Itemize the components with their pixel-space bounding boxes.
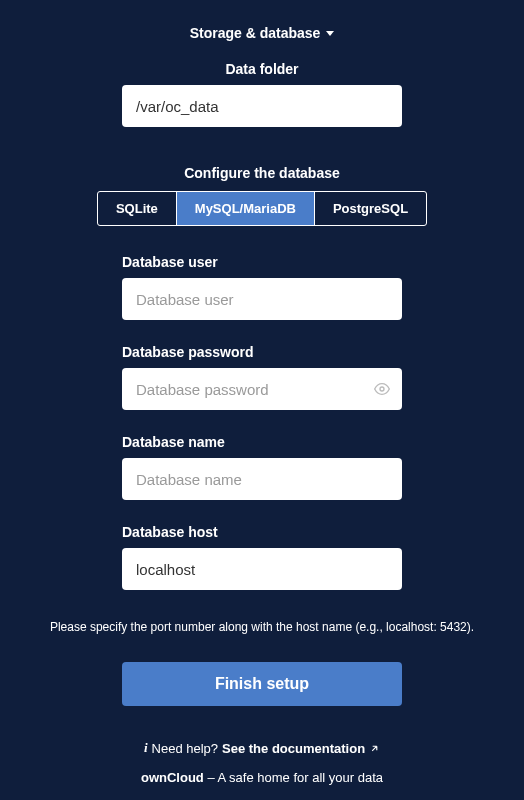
svg-point-0 (380, 387, 384, 391)
configure-db-label: Configure the database (184, 165, 340, 181)
external-link-icon (369, 743, 380, 754)
db-user-label: Database user (122, 254, 402, 270)
db-user-input[interactable] (122, 278, 402, 320)
finish-setup-button[interactable]: Finish setup (122, 662, 402, 706)
footer-tagline: – A safe home for all your data (204, 770, 383, 785)
footer: ownCloud – A safe home for all your data (141, 770, 383, 785)
data-folder-label: Data folder (20, 61, 504, 77)
db-name-input[interactable] (122, 458, 402, 500)
caret-down-icon (326, 31, 334, 36)
db-password-input[interactable] (122, 368, 402, 410)
db-tab-postgresql[interactable]: PostgreSQL (315, 192, 426, 225)
port-hint: Please specify the port number along wit… (50, 620, 474, 634)
db-type-tabs: SQLite MySQL/MariaDB PostgreSQL (97, 191, 427, 226)
db-host-label: Database host (122, 524, 402, 540)
help-prefix: Need help? (152, 741, 219, 756)
db-tab-sqlite[interactable]: SQLite (98, 192, 177, 225)
storage-database-label: Storage & database (190, 25, 321, 41)
eye-icon[interactable] (374, 381, 390, 397)
data-folder-input[interactable] (122, 85, 402, 127)
info-icon: i (144, 740, 148, 756)
footer-brand: ownCloud (141, 770, 204, 785)
help-row: i Need help? See the documentation (144, 740, 380, 756)
db-host-input[interactable] (122, 548, 402, 590)
storage-database-toggle[interactable]: Storage & database (190, 25, 335, 41)
db-tab-mysql[interactable]: MySQL/MariaDB (177, 192, 315, 225)
db-name-label: Database name (122, 434, 402, 450)
db-password-label: Database password (122, 344, 402, 360)
documentation-link[interactable]: See the documentation (222, 741, 380, 756)
